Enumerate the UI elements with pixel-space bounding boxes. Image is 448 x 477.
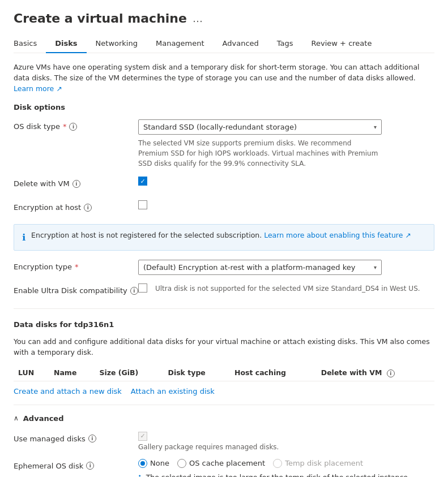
ultra-disk-hint: Ultra disk is not supported for the sele… xyxy=(155,285,420,293)
learn-more-link[interactable]: Learn more ↗ xyxy=(14,84,62,93)
encryption-type-label: Encryption type * xyxy=(14,260,138,271)
data-disks-header: Data disks for tdp316n1 xyxy=(14,320,434,329)
os-disk-type-control: Standard SSD (locally-redundant storage)… xyxy=(138,119,434,169)
delete-with-vm-label: Delete with VM i xyxy=(14,177,138,188)
encryption-dropdown-arrow-icon: ▾ xyxy=(374,264,377,270)
encryption-at-host-checkbox[interactable] xyxy=(138,200,147,209)
tab-basics[interactable]: Basics xyxy=(14,35,46,53)
page-description: Azure VMs have one operating system disk… xyxy=(14,62,434,94)
managed-disks-info-icon[interactable]: i xyxy=(88,435,96,442)
ephemeral-os-disk-control: None OS cache placement Temp disk placem… xyxy=(138,459,434,477)
ultra-disk-label: Enable Ultra Disk compatibility i xyxy=(14,283,138,295)
data-disks-section: Data disks for tdp316n1 You can add and … xyxy=(14,320,434,396)
encryption-at-host-row: Encryption at host i xyxy=(14,200,434,216)
tab-disks[interactable]: Disks xyxy=(46,35,86,53)
ephemeral-os-disk-label: Ephemeral OS disk i xyxy=(14,459,138,470)
col-size: Size (GiB) xyxy=(95,365,163,381)
delete-with-vm-control xyxy=(138,177,434,186)
managed-disks-hint: Gallery package requires managed disks. xyxy=(138,443,434,451)
os-disk-type-hint: The selected VM size supports premium di… xyxy=(138,138,382,169)
delete-with-vm-row: Delete with VM i xyxy=(14,177,434,192)
encryption-type-row: Encryption type * (Default) Encryption a… xyxy=(14,260,434,276)
os-disk-type-label: OS disk type * i xyxy=(14,119,138,131)
col-disk-type: Disk type xyxy=(164,365,230,381)
os-disk-type-info-icon[interactable]: i xyxy=(69,123,77,131)
data-disks-description: You can add and configure additional dat… xyxy=(14,337,434,358)
ultra-disk-checkbox[interactable] xyxy=(138,283,147,293)
encryption-at-host-control xyxy=(138,200,434,209)
managed-disks-label: Use managed disks i xyxy=(14,432,138,443)
col-lun: LUN xyxy=(14,365,49,381)
ephemeral-radio-group: None OS cache placement Temp disk placem… xyxy=(138,459,434,468)
ultra-disk-info-icon[interactable]: i xyxy=(130,287,138,295)
managed-disks-control: Gallery package requires managed disks. xyxy=(138,432,434,451)
encryption-info-banner: ℹ Encryption at host is not registered f… xyxy=(14,224,434,251)
radio-none[interactable]: None xyxy=(138,459,169,468)
radio-none-circle[interactable] xyxy=(138,459,147,468)
enable-feature-link[interactable]: Learn more about enabling this feature ↗ xyxy=(264,231,411,239)
page-title: Create a virtual machine xyxy=(14,11,187,25)
dropdown-arrow-icon: ▾ xyxy=(374,124,377,130)
create-attach-link[interactable]: Create and attach a new disk xyxy=(14,387,122,396)
tab-tags[interactable]: Tags xyxy=(268,35,302,53)
col-host-caching: Host caching xyxy=(230,365,317,381)
tab-management[interactable]: Management xyxy=(147,35,214,53)
encryption-host-info-icon[interactable]: i xyxy=(84,204,92,212)
delete-with-vm-checkbox[interactable] xyxy=(138,177,147,186)
advanced-section: ∧ Advanced Use managed disks i Gallery p… xyxy=(14,414,434,477)
disk-options-header: Disk options xyxy=(14,103,434,111)
advanced-section-title: Advanced xyxy=(23,414,64,423)
tab-networking[interactable]: Networking xyxy=(87,35,147,53)
radio-temp-disk-label: Temp disk placement xyxy=(285,459,363,467)
radio-os-cache[interactable]: OS cache placement xyxy=(177,459,265,468)
radio-temp-disk: Temp disk placement xyxy=(273,459,363,468)
os-disk-type-row: OS disk type * i Standard SSD (locally-r… xyxy=(14,119,434,169)
tab-review-create[interactable]: Review + create xyxy=(302,35,381,53)
radio-os-cache-circle[interactable] xyxy=(177,459,186,468)
advanced-toggle[interactable]: ∧ Advanced xyxy=(14,414,434,423)
encryption-type-control: (Default) Encryption at-rest with a plat… xyxy=(138,260,434,275)
divider-2 xyxy=(14,405,434,405)
ephemeral-os-disk-row: Ephemeral OS disk i None OS cache placem… xyxy=(14,459,434,477)
encryption-type-dropdown[interactable]: (Default) Encryption at-rest with a plat… xyxy=(138,260,382,275)
radio-os-cache-label: OS cache placement xyxy=(189,459,265,467)
ultra-disk-control: Ultra disk is not supported for the sele… xyxy=(138,283,434,293)
more-options-icon[interactable]: … xyxy=(193,12,203,24)
managed-disks-row: Use managed disks i Gallery package requ… xyxy=(14,432,434,451)
delete-with-vm-info-icon[interactable]: i xyxy=(72,180,80,188)
radio-temp-disk-circle xyxy=(273,459,282,468)
tab-advanced[interactable]: Advanced xyxy=(214,35,268,53)
attach-existing-link[interactable]: Attach an existing disk xyxy=(131,387,215,396)
ephemeral-warning: ℹ The selected image is too large for th… xyxy=(138,472,434,477)
required-star: * xyxy=(63,122,67,131)
tab-nav: Basics Disks Networking Management Advan… xyxy=(14,35,434,53)
radio-none-label: None xyxy=(150,459,169,467)
table-links: Create and attach a new disk Attach an e… xyxy=(14,387,434,396)
disk-table: LUN Name Size (GiB) Disk type Host cachi… xyxy=(14,365,434,381)
banner-info-icon: ℹ xyxy=(22,231,25,244)
col-delete-with-vm: Delete with VM i xyxy=(317,365,434,381)
ultra-disk-row: Enable Ultra Disk compatibility i Ultra … xyxy=(14,283,434,299)
os-disk-type-dropdown[interactable]: Standard SSD (locally-redundant storage)… xyxy=(138,119,382,135)
divider-1 xyxy=(14,308,434,309)
encryption-at-host-label: Encryption at host i xyxy=(14,200,138,212)
delete-vm-col-info-icon[interactable]: i xyxy=(387,369,395,377)
ephemeral-os-disk-info-icon[interactable]: i xyxy=(86,462,94,470)
warning-info-icon: ℹ xyxy=(138,472,142,477)
chevron-up-icon: ∧ xyxy=(14,414,19,422)
required-star-2: * xyxy=(75,263,79,271)
managed-disks-checkbox xyxy=(138,432,147,441)
col-name: Name xyxy=(49,365,95,381)
